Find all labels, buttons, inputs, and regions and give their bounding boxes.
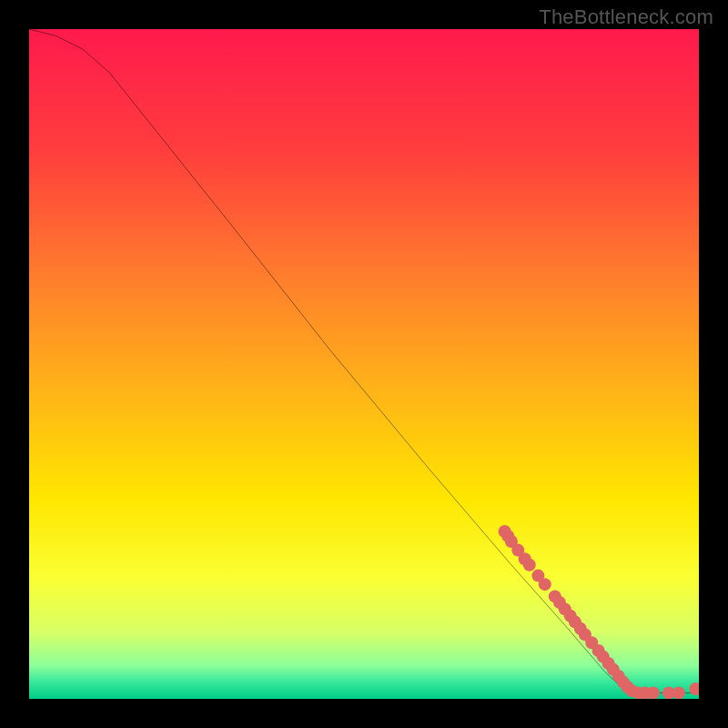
marker-point <box>647 686 660 699</box>
marker-point <box>523 559 536 571</box>
heat-background <box>29 29 699 699</box>
chart-plot <box>29 29 699 699</box>
attribution-label: TheBottleneck.com <box>539 5 713 29</box>
marker-point <box>539 578 551 591</box>
chart-container: TheBottleneck.com <box>0 0 728 728</box>
marker-point <box>672 686 685 699</box>
